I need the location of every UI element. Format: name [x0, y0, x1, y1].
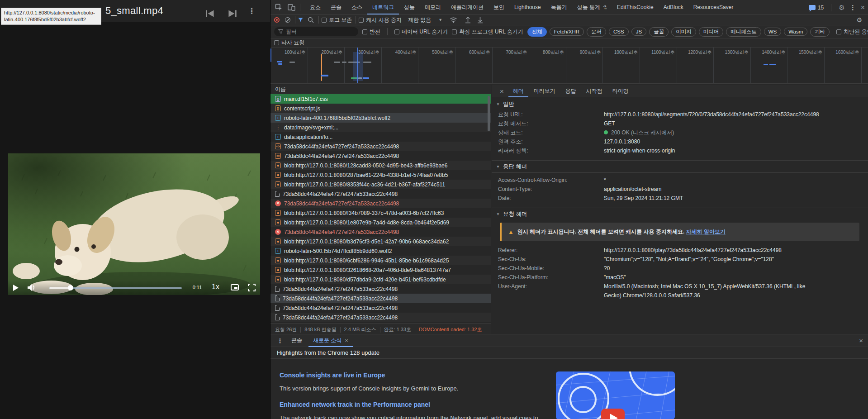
- drawer-kebab-icon[interactable]: ⋮: [275, 337, 285, 344]
- close-tab-icon[interactable]: ×: [345, 337, 348, 344]
- learn-more-link[interactable]: 자세히 알아보기: [686, 229, 726, 235]
- playback-rate-button[interactable]: 1x: [212, 283, 219, 291]
- tab-AdBlock[interactable]: AdBlock: [659, 0, 688, 14]
- device-toolbar-icon[interactable]: [288, 4, 295, 11]
- filter-input[interactable]: 필터: [274, 27, 358, 36]
- list-scrollbar[interactable]: [488, 96, 490, 131]
- chip-글꼴[interactable]: 글꼴: [649, 27, 669, 37]
- request-row[interactable]: ×73da58dc44fa24efa4727ef247a533acc22c449…: [270, 199, 491, 208]
- chip-CSS[interactable]: CSS: [609, 28, 629, 36]
- request-row[interactable]: 73da58dc44fa24efa4727ef247a533acc22c4498: [270, 189, 491, 199]
- video-frame[interactable]: -0:11 1x: [8, 153, 260, 295]
- request-row[interactable]: <>73da58dc44fa24efa4727ef247a533acc22c44…: [270, 142, 491, 151]
- request-row[interactable]: 73da58dc44fa24efa4727ef247a533acc22c4498: [270, 303, 491, 313]
- search-icon[interactable]: [308, 17, 314, 23]
- chip-Wasm[interactable]: Wasm: [784, 28, 807, 36]
- hide-data-urls-checkbox[interactable]: 데이터 URL 숨기기: [394, 28, 448, 36]
- tab-보안[interactable]: 보안: [489, 0, 509, 14]
- picture-in-picture-icon[interactable]: [231, 284, 239, 290]
- devtools-kebab-icon[interactable]: ⋮: [849, 4, 856, 12]
- request-row[interactable]: blob:http://127.0.0.1:8080/287bae61-224b…: [270, 170, 491, 180]
- tab-애플리케이션[interactable]: 애플리케이션: [446, 0, 489, 14]
- tab-EditThisCookie[interactable]: EditThisCookie: [612, 0, 659, 14]
- throttling-dropdown[interactable]: 제한 없음 ▼: [408, 16, 442, 24]
- preserve-log-checkbox[interactable]: 로그 보존: [322, 16, 352, 24]
- request-row[interactable]: blob:http://127.0.0.1:8080/6cbf6286-9946…: [270, 256, 491, 265]
- request-row[interactable]: blob:http://127.0.0.1:8080/d57dbda9-2cfd…: [270, 275, 491, 284]
- tab-Lighthouse[interactable]: Lighthouse: [509, 0, 546, 14]
- tab-성능[interactable]: 성능: [399, 0, 420, 14]
- request-row[interactable]: ()contentscript.js: [270, 104, 491, 113]
- detail-tab-헤더[interactable]: 헤더: [508, 85, 528, 97]
- skip-next-icon[interactable]: [226, 10, 238, 18]
- request-row[interactable]: blob:http://127.0.0.1:8080/32618668-20a7…: [270, 265, 491, 275]
- clear-network-log-icon[interactable]: [285, 17, 290, 23]
- fullscreen-icon[interactable]: [248, 284, 256, 291]
- tab-소스[interactable]: 소스: [346, 0, 367, 14]
- detail-tab-타이밍[interactable]: 타이밍: [608, 85, 633, 97]
- request-headers-section-header[interactable]: ▼ 요청 헤더: [492, 208, 868, 220]
- name-column-header[interactable]: 이름: [270, 85, 491, 94]
- inspect-element-icon[interactable]: [275, 4, 282, 11]
- settings-gear-icon[interactable]: ⚙: [839, 4, 844, 12]
- chip-이미지[interactable]: 이미지: [671, 27, 696, 37]
- request-row[interactable]: {}main.df15f1c7.css: [270, 94, 491, 104]
- play-icon[interactable]: [13, 284, 19, 291]
- request-row[interactable]: Troboto-latin-500.f5b74d7ffcdf85b9dd60.w…: [270, 246, 491, 256]
- close-detail-icon[interactable]: ×: [496, 87, 508, 95]
- request-row[interactable]: 73da58dc44fa24efa4727ef247a533acc22c4498: [270, 294, 491, 303]
- whats-new-video-thumbnail[interactable]: new: [556, 371, 675, 419]
- chip-기타[interactable]: 기타: [810, 27, 830, 37]
- article-heading[interactable]: Enhanced network track in the Performanc…: [280, 401, 542, 408]
- tab-네트워크[interactable]: 네트워크: [367, 0, 399, 14]
- request-row[interactable]: Troboto-latin-400.176f8f5bd5f02b3abfcf.w…: [270, 113, 491, 123]
- request-row[interactable]: 73da58dc44fa24efa4727ef247a533acc22c4498: [270, 284, 491, 294]
- drawer-tab-콘솔[interactable]: 콘솔: [287, 334, 307, 347]
- chip-JS[interactable]: JS: [631, 28, 646, 36]
- issues-button[interactable]: 15: [809, 5, 824, 11]
- chip-WS[interactable]: WS: [764, 28, 782, 36]
- article-heading[interactable]: Console insights are live in Europe: [280, 371, 542, 379]
- hide-extension-urls-checkbox[interactable]: 확장 프로그램 URL 숨기기: [452, 28, 523, 36]
- video-progress-knob[interactable]: [68, 285, 73, 290]
- export-har-icon[interactable]: [477, 17, 483, 24]
- detail-tab-미리보기[interactable]: 미리보기: [529, 85, 560, 97]
- network-settings-gear-icon[interactable]: ⚙: [856, 16, 862, 24]
- player-menu-kebab-icon[interactable]: ⋮: [248, 6, 260, 14]
- chip-미디어[interactable]: 미디어: [699, 27, 724, 37]
- request-row[interactable]: ×73da58dc44fa24efa4727ef247a533acc22c449…: [270, 227, 491, 237]
- request-row[interactable]: blob:http://127.0.0.1:8080/128cadd3-0502…: [270, 161, 491, 170]
- skip-previous-icon[interactable]: [204, 10, 216, 18]
- disable-cache-checkbox[interactable]: 캐시 사용 중지: [359, 16, 402, 24]
- request-row[interactable]: blob:http://127.0.0.1:8080/b3d76cf3-d5e1…: [270, 237, 491, 246]
- devtools-close-icon[interactable]: ×: [861, 4, 865, 12]
- filter-funnel-icon[interactable]: [298, 18, 303, 22]
- detail-tab-시작점[interactable]: 시작점: [582, 85, 607, 97]
- drawer-tab-새로운 소식[interactable]: 새로운 소식×: [308, 334, 353, 347]
- tab-요소[interactable]: 요소: [305, 0, 326, 14]
- chip-문서[interactable]: 문서: [587, 27, 606, 37]
- import-har-icon[interactable]: [465, 17, 471, 24]
- tab-녹음기[interactable]: 녹음기: [546, 0, 572, 14]
- tab-콘솔[interactable]: 콘솔: [326, 0, 346, 14]
- request-row[interactable]: 73da58dc44fa24efa4727ef247a533acc22c4498: [270, 313, 491, 322]
- request-row[interactable]: Tdata:application/fo...: [270, 132, 491, 142]
- record-network-log-icon[interactable]: [274, 17, 280, 23]
- volume-icon[interactable]: [27, 284, 35, 291]
- network-overview-timeline[interactable]: 100밀리초200밀리초300밀리초400밀리초500밀리초600밀리초700밀…: [270, 48, 868, 84]
- invert-filter-checkbox[interactable]: 반전: [362, 28, 380, 36]
- general-section-header[interactable]: ▼ 일반: [492, 98, 868, 110]
- request-row[interactable]: blob:http://127.0.0.1:8080/f34b7089-337c…: [270, 208, 491, 218]
- blocked-response-cookies-checkbox[interactable]: 차단된 응답 쿠키: [836, 28, 868, 36]
- detail-tab-응답[interactable]: 응답: [561, 85, 581, 97]
- response-headers-section-header[interactable]: ▼ 응답 헤더: [492, 161, 868, 172]
- tab-메모리[interactable]: 메모리: [420, 0, 446, 14]
- tab-성능 통계[interactable]: 성능 통계⚗: [572, 0, 612, 14]
- network-conditions-icon[interactable]: [450, 17, 457, 23]
- tab-ResourcesSaver[interactable]: ResourcesSaver: [688, 0, 739, 14]
- request-row[interactable]: <>73da58dc44fa24efa4727ef247a533acc22c44…: [270, 151, 491, 161]
- chip-매니페스트[interactable]: 매니페스트: [726, 27, 761, 37]
- request-row[interactable]: ⋮data:image/svg+xml;...: [270, 123, 491, 132]
- chip-전체[interactable]: 전체: [527, 27, 547, 37]
- chip-Fetch/XHR[interactable]: Fetch/XHR: [550, 28, 584, 36]
